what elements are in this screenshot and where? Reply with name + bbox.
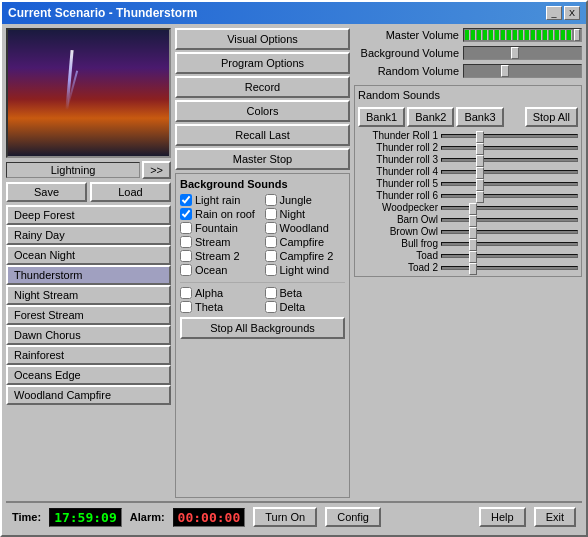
sound-checkbox-light-rain[interactable] [180,194,192,206]
title-bar: Current Scenario - Thunderstorm _ X [2,2,586,24]
slider-thumb-woodpecker[interactable] [469,203,477,215]
slider-thumb-thunder-roll-4[interactable] [476,167,484,179]
slider-row-thunder-roll-2: Thunder roll 2 [358,142,578,153]
minimize-button[interactable]: _ [546,6,562,20]
brain-checkbox-theta[interactable] [180,301,192,313]
main-row: Lightning >> Save Load Deep ForestRainy … [6,28,582,498]
master-volume-row: Master Volume [354,28,582,42]
green-segment-8 [513,30,518,40]
slider-thumb-thunder-roll-1[interactable] [476,131,484,143]
bank3-button[interactable]: Bank3 [456,107,503,127]
sound-label-campfire-2: Campfire 2 [280,250,334,262]
scenario-btn-deep-forest[interactable]: Deep Forest [6,205,171,225]
sound-item-stream: Stream [180,236,261,248]
alarm-display: 00:00:00 [173,508,246,527]
scenario-btn-oceans-edge[interactable]: Oceans Edge [6,365,171,385]
scenario-btn-thunderstorm[interactable]: Thunderstorm [6,265,171,285]
preview-image [8,30,169,156]
opt-btn-recall-last[interactable]: Recall Last [175,124,350,146]
scenario-btn-dawn-chorus[interactable]: Dawn Chorus [6,325,171,345]
opt-btn-visual-options[interactable]: Visual Options [175,28,350,50]
close-button[interactable]: X [564,6,580,20]
slider-bg-thunder-roll-1 [441,134,578,138]
brain-label-delta: Delta [280,301,306,313]
sound-checkbox-ocean[interactable] [180,264,192,276]
slider-bg-thunder-roll-6 [441,194,578,198]
time-label: Time: [12,511,41,523]
slider-track-thunder-roll-4 [441,170,578,174]
scenario-btn-rainy-day[interactable]: Rainy Day [6,225,171,245]
stop-all-bg-button[interactable]: Stop All Backgrounds [180,317,345,339]
sound-checkbox-woodland[interactable] [265,222,277,234]
sound-checkbox-campfire[interactable] [265,236,277,248]
bank1-button[interactable]: Bank1 [358,107,405,127]
master-slider-thumb[interactable] [574,29,580,41]
green-segment-13 [543,30,548,40]
slider-bg-bull-frog [441,242,578,246]
sound-label-stream: Stream [195,236,230,248]
slider-thumb-thunder-roll-3[interactable] [476,155,484,167]
sound-checkbox-jungle[interactable] [265,194,277,206]
sound-label-rain-on-roof: Rain on roof [195,208,255,220]
scenario-btn-rainforest[interactable]: Rainforest [6,345,171,365]
opt-btn-colors[interactable]: Colors [175,100,350,122]
sound-checkbox-stream-2[interactable] [180,250,192,262]
slider-thumb-thunder-roll-2[interactable] [476,143,484,155]
random-volume-thumb[interactable] [501,65,509,77]
slider-thumb-toad-2[interactable] [469,263,477,275]
slider-row-thunder-roll-3: Thunder roll 3 [358,154,578,165]
scenario-btn-forest-stream[interactable]: Forest Stream [6,305,171,325]
slider-track-barn-owl [441,218,578,222]
slider-row-thunder-roll-4: Thunder roll 4 [358,166,578,177]
brain-checkbox-delta[interactable] [265,301,277,313]
scenario-btn-woodland-campfire[interactable]: Woodland Campfire [6,385,171,405]
sound-checkbox-night[interactable] [265,208,277,220]
slider-label-woodpecker: Woodpecker [358,202,438,213]
turn-on-button[interactable]: Turn On [253,507,317,527]
config-button[interactable]: Config [325,507,381,527]
opt-btn-record[interactable]: Record [175,76,350,98]
slider-row-bull-frog: Bull frog [358,238,578,249]
load-button[interactable]: Load [90,182,171,202]
bank2-button[interactable]: Bank2 [407,107,454,127]
slider-thumb-thunder-roll-5[interactable] [476,179,484,191]
slider-label-bull-frog: Bull frog [358,238,438,249]
opt-btn-program-options[interactable]: Program Options [175,52,350,74]
brain-checkbox-alpha[interactable] [180,287,192,299]
scenario-list: Deep ForestRainy DayOcean NightThunderst… [6,205,171,405]
sound-checkbox-stream[interactable] [180,236,192,248]
sound-checkbox-fountain[interactable] [180,222,192,234]
sound-item-rain-on-roof: Rain on roof [180,208,261,220]
green-segment-1 [471,30,476,40]
volume-section: Master Volume Background Volume Ran [354,28,582,78]
sound-checkbox-light-wind[interactable] [265,264,277,276]
slider-thumb-barn-owl[interactable] [469,215,477,227]
slider-label-toad-2: Toad 2 [358,262,438,273]
bg-volume-thumb[interactable] [511,47,519,59]
scenario-btn-night-stream[interactable]: Night Stream [6,285,171,305]
opt-btn-master-stop[interactable]: Master Stop [175,148,350,170]
sound-checkbox-rain-on-roof[interactable] [180,208,192,220]
green-segment-16 [561,30,566,40]
slider-row-toad-2: Toad 2 [358,262,578,273]
sound-item-jungle: Jungle [265,194,346,206]
slider-track-thunder-roll-6 [441,194,578,198]
sound-checkbox-campfire-2[interactable] [265,250,277,262]
green-segment-11 [531,30,536,40]
save-button[interactable]: Save [6,182,87,202]
slider-row-woodpecker: Woodpecker [358,202,578,213]
exit-button[interactable]: Exit [534,507,576,527]
sound-item-fountain: Fountain [180,222,261,234]
slider-thumb-thunder-roll-6[interactable] [476,191,484,203]
stop-all-random-button[interactable]: Stop All [525,107,578,127]
left-column: Lightning >> Save Load Deep ForestRainy … [6,28,171,498]
brain-checkbox-beta[interactable] [265,287,277,299]
slider-thumb-bull-frog[interactable] [469,239,477,251]
time-display: 17:59:09 [49,508,122,527]
scenario-btn-ocean-night[interactable]: Ocean Night [6,245,171,265]
help-button[interactable]: Help [479,507,526,527]
slider-bg-thunder-roll-5 [441,182,578,186]
preview-nav-button[interactable]: >> [142,161,171,179]
slider-thumb-toad[interactable] [469,251,477,263]
slider-thumb-brown-owl[interactable] [469,227,477,239]
